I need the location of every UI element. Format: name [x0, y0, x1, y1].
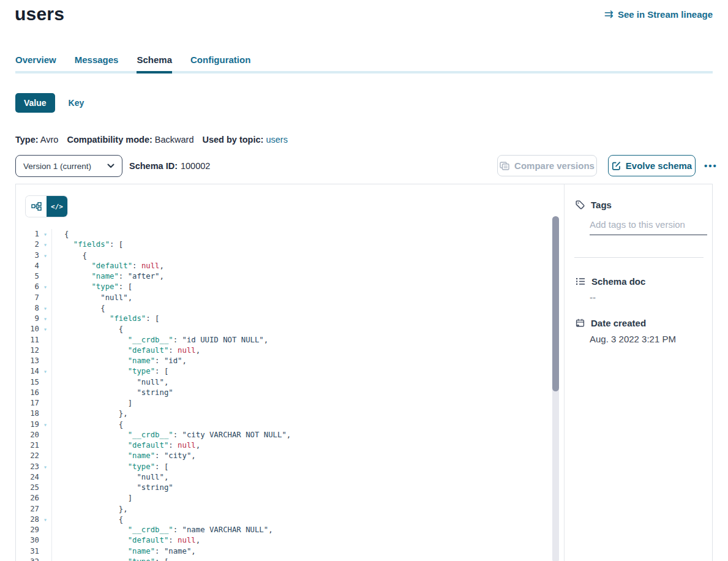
tab-configuration[interactable]: Configuration [190, 55, 250, 71]
key-toggle-button[interactable]: Key [69, 98, 84, 108]
line-number: 5 [16, 271, 39, 282]
fold-toggle-icon[interactable]: ▾ [39, 420, 52, 430]
tab-messages[interactable]: Messages [75, 55, 119, 71]
fold-toggle-icon[interactable]: ▾ [39, 239, 52, 250]
value-toggle-button[interactable]: Value [15, 93, 55, 113]
code-text: "fields": [ [52, 239, 123, 250]
see-in-stream-lineage-link[interactable]: ⇉ See in Stream lineage [604, 9, 713, 20]
code-line: 5 "name": "after", [16, 271, 552, 282]
code-line: 13 "name": "id", [16, 356, 552, 366]
fold-toggle-icon[interactable]: ▾ [39, 250, 52, 261]
used-by-topic-link[interactable]: users [266, 135, 287, 145]
code-text: { [52, 324, 123, 334]
code-line: 24 "null", [16, 472, 552, 483]
schema-doc-value: -- [590, 292, 596, 303]
code-line: 28▾ { [16, 514, 552, 525]
code-text: ] [52, 398, 132, 409]
code-lines: 1▾{2▾ "fields": [3▾ {4 "default": null,5… [16, 225, 552, 561]
code-text: "null", [52, 377, 168, 388]
fold-gutter [39, 377, 52, 388]
fold-toggle-icon[interactable]: ▾ [39, 462, 52, 472]
code-text: "__crdb__": "name VARCHAR NULL", [52, 525, 273, 535]
fold-gutter [39, 356, 52, 366]
fold-toggle-icon[interactable]: ▾ [39, 314, 52, 324]
code-line: 20 "__crdb__": "city VARCHAR NOT NULL", [16, 430, 552, 440]
fold-toggle-icon[interactable]: ▾ [39, 303, 52, 314]
fold-toggle-icon[interactable]: ▾ [39, 324, 52, 334]
fold-toggle-icon[interactable]: ▾ [39, 514, 52, 525]
fold-toggle-icon[interactable]: ▾ [39, 366, 52, 377]
code-text: ] [52, 493, 132, 503]
date-created-title: Date created [591, 318, 646, 328]
line-number: 6 [16, 282, 39, 292]
sidebar-divider [574, 257, 704, 258]
tab-overview[interactable]: Overview [15, 55, 56, 71]
line-number: 9 [16, 314, 39, 324]
line-number: 7 [16, 293, 39, 303]
fold-toggle-icon[interactable]: ▾ [39, 282, 52, 292]
page-title: users [15, 4, 64, 24]
line-number: 14 [16, 366, 39, 377]
used-by-topic-label: Used by topic: [202, 135, 263, 145]
line-number: 2 [16, 239, 39, 250]
line-number: 22 [16, 451, 39, 461]
tag-icon [576, 200, 585, 209]
line-number: 23 [16, 462, 39, 472]
code-text: "default": null, [52, 261, 164, 271]
add-tags-input[interactable] [590, 217, 707, 235]
tree-view-button[interactable] [26, 196, 47, 217]
code-text: "type": [ [52, 462, 168, 472]
line-number: 28 [16, 514, 39, 525]
line-number: 24 [16, 472, 39, 483]
code-line: 32▾ "type": [ [16, 557, 552, 561]
fold-gutter [39, 261, 52, 271]
line-number: 26 [16, 493, 39, 503]
line-number: 21 [16, 440, 39, 451]
version-select[interactable]: Version 1 (current) [15, 155, 122, 177]
compatibility-value: Backward [155, 135, 194, 145]
schema-kind-toggle: Value Key [15, 93, 84, 113]
code-text: "type": [ [52, 366, 168, 377]
version-select-value: Version 1 (current) [23, 162, 91, 171]
tab-schema[interactable]: Schema [137, 55, 172, 71]
date-created-section-header: Date created [576, 318, 646, 328]
line-number: 31 [16, 546, 39, 557]
code-text: "fields": [ [52, 314, 160, 324]
evolve-schema-button[interactable]: Evolve schema [608, 155, 696, 176]
code-text: { [52, 303, 105, 314]
fold-gutter [39, 430, 52, 440]
compare-versions-button[interactable]: Compare versions [497, 155, 597, 176]
code-line: 29 "__crdb__": "name VARCHAR NULL", [16, 525, 552, 535]
fold-toggle-icon[interactable]: ▾ [39, 229, 52, 239]
schema-id-label: Schema ID: [129, 161, 178, 171]
doc-list-icon [576, 277, 585, 285]
editor-scrollbar-track[interactable] [552, 216, 559, 561]
schema-code-editor[interactable]: 1▾{2▾ "fields": [3▾ {4 "default": null,5… [16, 225, 552, 561]
fold-toggle-icon[interactable]: ▾ [39, 557, 52, 561]
code-line: 19▾ { [16, 420, 552, 430]
schema-doc-section-header: Schema doc [576, 276, 645, 287]
code-line: 8▾ { [16, 303, 552, 314]
editor-scrollbar-thumb[interactable] [552, 216, 559, 391]
compatibility-label: Compatibility mode: [67, 135, 152, 145]
fold-gutter [39, 335, 52, 345]
fold-gutter [39, 440, 52, 451]
more-options-button[interactable]: ••• [700, 155, 721, 176]
schema-details-sidebar: Tags Schema doc -- [565, 184, 712, 561]
compare-versions-label: Compare versions [514, 160, 595, 171]
tags-section-header: Tags [576, 200, 612, 210]
stream-lineage-icon: ⇉ [604, 9, 614, 20]
line-number: 16 [16, 388, 39, 398]
line-number: 8 [16, 303, 39, 314]
code-line: 26 ] [16, 493, 552, 503]
code-line: 23▾ "type": [ [16, 462, 552, 472]
edit-pencil-icon [612, 161, 621, 170]
line-number: 20 [16, 430, 39, 440]
line-number: 27 [16, 504, 39, 514]
line-number: 30 [16, 535, 39, 546]
fold-gutter [39, 388, 52, 398]
code-line: 30 "default": null, [16, 535, 552, 546]
line-number: 3 [16, 250, 39, 261]
code-view-button[interactable]: </> [47, 196, 67, 217]
code-text: "__crdb__": "id UUID NOT NULL", [52, 335, 268, 345]
